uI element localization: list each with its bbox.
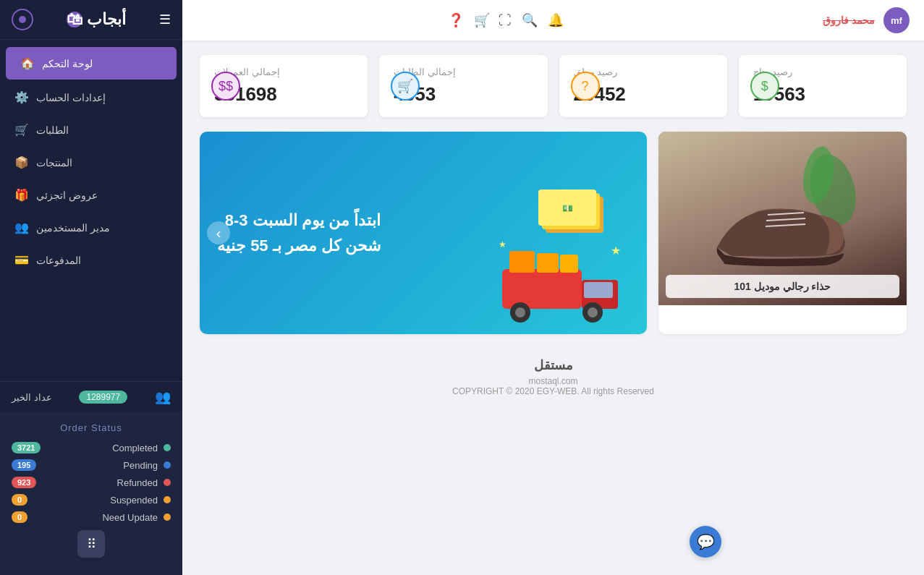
pending-badge: 195 [12, 459, 36, 471]
refunded-badge: 923 [12, 477, 36, 488]
users-icon: 👥 [14, 221, 29, 234]
banner-inner: ابتداً من يوم السبت 3-8 شحن كل مصر بـ 55… [200, 132, 647, 334]
sidebar-item-payment[interactable]: المدفوعات 💳 [0, 244, 182, 276]
banner-card: ابتداً من يوم السبت 3-8 شحن كل مصر بـ 55… [200, 132, 647, 334]
order-status-suspended: 0 Suspended [12, 494, 171, 506]
product-image: حذاء رجالي موديل 101 [658, 132, 907, 305]
footer-copyright: COPYRIGHT © 2020 EGY-WEB. All rights Res… [194, 386, 912, 396]
need-update-badge: 0 [12, 511, 27, 523]
order-status-section: Order Status 3721 Completed 195 Pending … [0, 412, 182, 575]
svg-text:★: ★ [499, 239, 506, 250]
sidebar-logo: أبجاب 🛍 [67, 10, 126, 29]
stat-available-balance: رصيد متاح 19563 $ [739, 55, 907, 117]
refunded-dot [164, 479, 171, 486]
suspended-badge: 0 [12, 494, 27, 506]
order-status-completed: 3721 Completed [12, 442, 171, 453]
counter-label: عداد الخير [12, 392, 52, 403]
svg-rect-12 [537, 253, 559, 273]
svg-rect-11 [509, 251, 535, 273]
menu-icon[interactable]: ☰ [159, 12, 171, 27]
stat-icon-double-dollar: $$ [211, 72, 240, 101]
logo-icon: 🛍 [67, 12, 82, 27]
footer-logo: مستقل [194, 357, 912, 373]
stat-total-orders: إجمالي الطلبات 4653 🛒 [379, 55, 547, 117]
logo-text: أبجاب [87, 10, 126, 29]
footer: مستقل mostaql.com COPYRIGHT © 2020 EGY-W… [182, 346, 924, 408]
footer-sub: mostaql.com [194, 376, 912, 386]
completed-badge: 3721 [12, 442, 41, 453]
pending-label: Pending [123, 460, 158, 471]
sidebar-item-label: الطلبات [36, 124, 69, 136]
banner-prev-button[interactable]: ‹ [207, 221, 230, 244]
record-icon [12, 9, 33, 30]
topbar-icons: 🔔 🔍 ⛶ [499, 12, 564, 28]
banner-text: ابتداً من يوم السبت 3-8 شحن كل مصر بـ 55… [217, 208, 381, 258]
help-icon[interactable]: ❓ [448, 12, 464, 28]
payment-icon: 💳 [14, 253, 29, 267]
need-update-dot [164, 514, 171, 521]
sidebar-header: أبجاب 🛍 ☰ [0, 0, 182, 40]
sidebar-item-users[interactable]: مدير المستخدمين 👥 [0, 211, 182, 244]
counter-section: 👥 1289977 عداد الخير [0, 381, 182, 412]
banner-illustration: 💵 [480, 161, 640, 334]
sidebar-item-offers[interactable]: عروض اتجزئي 🎁 [0, 179, 182, 211]
cart-icon[interactable]: 🛒 [474, 12, 490, 28]
main-content: mf محمد فاروق 🔔 🔍 ⛶ 🛒 ❓ رصيد متاح 19563 … [182, 0, 924, 575]
avatar: mf [883, 7, 910, 33]
sidebar-item-label: المنتجات [36, 157, 72, 169]
completed-label: Completed [112, 443, 158, 453]
dashboard-icon: 🏠 [20, 56, 35, 70]
pending-dot [164, 461, 171, 469]
completed-dot [164, 444, 171, 451]
stat-icon-question: ? [571, 72, 600, 101]
notification-icon[interactable]: 🔔 [548, 12, 564, 28]
avatar-text: mf [891, 15, 902, 26]
offers-icon: 🎁 [14, 188, 29, 202]
stat-frozen-balance: رصيد مطق 26452 ? [559, 55, 727, 117]
content-row: ابتداً من يوم السبت 3-8 شحن كل مصر بـ 55… [182, 124, 924, 346]
product-card: حذاء رجالي موديل 101 [658, 132, 907, 334]
apps-icon[interactable]: ⠿ [77, 530, 105, 558]
fullscreen-icon[interactable]: ⛶ [499, 13, 512, 28]
order-status-pending: 195 Pending [12, 459, 171, 471]
chat-bubble-button[interactable]: 💬 [690, 526, 721, 558]
counter-icon: 👥 [155, 389, 171, 405]
order-status-title: Order Status [12, 422, 171, 433]
stat-icon-cart: 🛒 [391, 72, 420, 101]
svg-rect-10 [584, 282, 613, 298]
sidebar-item-products[interactable]: المنتجات 📦 [0, 146, 182, 179]
svg-text:💵: 💵 [561, 203, 572, 213]
sidebar-item-dashboard[interactable]: لوحة التحكم 🏠 [6, 47, 177, 80]
stats-row: رصيد متاح 19563 $ رصيد مطق 26452 ? إجمال… [182, 41, 924, 124]
settings-icon: ⚙️ [14, 90, 29, 104]
username-text: محمد فاروق [823, 14, 875, 26]
sidebar-item-label: مدير المستخدمين [36, 222, 110, 234]
svg-text:★: ★ [611, 244, 621, 257]
sidebar-item-orders[interactable]: الطلبات 🛒 [0, 114, 182, 146]
footer-logo-text: مستقل [534, 358, 573, 372]
sidebar-nav: لوحة التحكم 🏠 إعدادات الحساب ⚙️ الطلبات … [0, 40, 182, 381]
suspended-label: Suspended [110, 495, 158, 506]
sidebar-item-label: عروض اتجزئي [36, 189, 98, 201]
product-label: حذاء رجالي موديل 101 [666, 275, 899, 298]
svg-rect-13 [560, 255, 578, 273]
topbar-right-icons: 🛒 ❓ [448, 12, 490, 28]
svg-point-7 [515, 307, 525, 318]
banner-line1: ابتداً من يوم السبت 3-8 [217, 208, 381, 233]
need-update-label: Need Update [102, 512, 158, 523]
sidebar-item-label: المدفوعات [36, 255, 81, 266]
order-status-refunded: 923 Refunded [12, 477, 171, 488]
sidebar-item-account-settings[interactable]: إعدادات الحساب ⚙️ [0, 81, 182, 114]
search-icon[interactable]: 🔍 [522, 12, 538, 28]
sidebar-item-label: لوحة التحكم [42, 58, 93, 69]
svg-point-9 [588, 307, 598, 318]
sidebar: أبجاب 🛍 ☰ لوحة التحكم 🏠 إعدادات الحساب ⚙… [0, 0, 182, 575]
orders-icon: 🛒 [14, 123, 29, 137]
stat-icon-dollar: $ [750, 72, 779, 101]
topbar: mf محمد فاروق 🔔 🔍 ⛶ 🛒 ❓ [182, 0, 924, 41]
stat-total-commissions: إجمالي العمولات 531698 $$ [200, 55, 368, 117]
svg-rect-4 [502, 269, 582, 309]
refunded-label: Refunded [117, 477, 158, 488]
sidebar-item-label: إعدادات الحساب [36, 92, 106, 103]
banner-line2: شحن كل مصر بـ 55 جنيه [217, 233, 381, 258]
